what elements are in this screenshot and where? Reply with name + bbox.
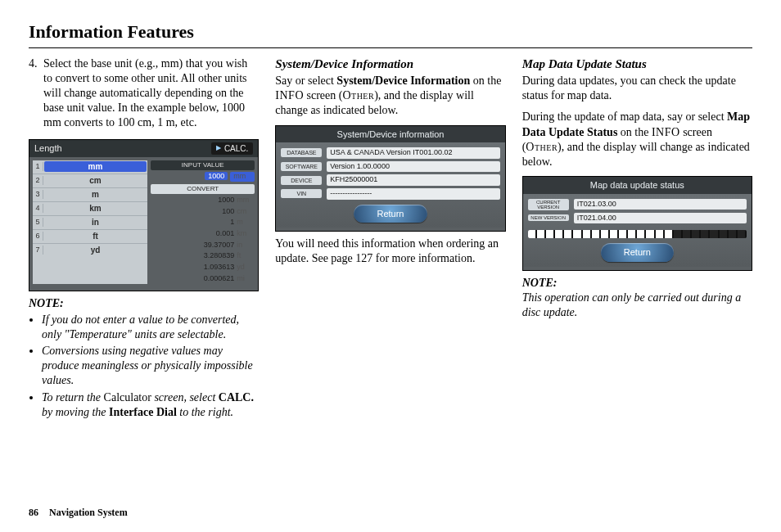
sys-device-title: System/Device information	[276, 126, 504, 142]
sys-info-p1: Say or select System/Device Information …	[275, 74, 505, 119]
sw-row: SOFTWAREVersion 1.00.0000	[281, 161, 499, 173]
col-3: Map Data Update Status During data updat…	[522, 56, 752, 422]
columns: 4. Select the base unit (e.g., mm) that …	[29, 56, 752, 422]
input-value-label: INPUT VALUE	[151, 160, 255, 170]
sys-info-heading: System/Device Information	[275, 56, 505, 73]
note-1: If you do not enter a value to be conver…	[42, 313, 259, 342]
vin-row: VIN-----------------	[281, 188, 499, 200]
map-p1: During data updates, you can check the u…	[522, 74, 752, 103]
length-device: Length CALC. 1mm 2cm 3m 4km 5in 6ft 7yd …	[29, 139, 259, 291]
new-version-row: NEW VERSIONIT021.04.00	[528, 213, 747, 224]
footer: 86 Navigation System	[29, 507, 128, 520]
progress-bar	[528, 230, 747, 238]
unit-mm[interactable]: 1mm	[33, 160, 147, 174]
note-3-text: This operation can only be carried out d…	[522, 291, 752, 320]
calc-button[interactable]: CALC.	[211, 142, 253, 155]
page-number: 86	[29, 507, 38, 518]
col-2: System/Device Information Say or select …	[275, 56, 505, 422]
title-rule	[29, 47, 752, 48]
section-name: Navigation System	[49, 507, 128, 518]
device-row: DEVICEKFH25000001	[281, 174, 499, 186]
unit-cm[interactable]: 2cm	[33, 174, 147, 188]
map-device: Map data update status CURRENT VERSIONIT…	[522, 176, 752, 270]
step-4: 4. Select the base unit (e.g., mm) that …	[29, 56, 259, 131]
map-heading: Map Data Update Status	[522, 56, 752, 73]
note-list: If you do not enter a value to be conver…	[29, 313, 259, 420]
map-device-title: Map data update status	[523, 177, 752, 193]
note-3: To return the Calculator screen, select …	[42, 390, 259, 420]
step-number: 4.	[29, 56, 43, 131]
unit-m[interactable]: 3m	[33, 188, 147, 202]
col-1: 4. Select the base unit (e.g., mm) that …	[29, 56, 259, 422]
note-heading-3: NOTE:	[522, 276, 752, 291]
input-value[interactable]: 1000	[205, 172, 228, 180]
input-unit: mm	[230, 172, 255, 182]
unit-ft[interactable]: 6ft	[33, 230, 147, 244]
unit-in[interactable]: 5in	[33, 216, 147, 230]
step-text: Select the base unit (e.g., mm) that you…	[43, 56, 259, 131]
return-button[interactable]: Return	[354, 205, 427, 223]
return-button[interactable]: Return	[601, 243, 674, 261]
db-row: DATABASEUSA & CANADA Version IT001.00.02	[281, 147, 499, 159]
convert-button[interactable]: CONVERT	[151, 184, 255, 194]
note-2: Conversions using negative values may pr…	[42, 344, 259, 389]
length-title: Length	[34, 142, 62, 154]
sys-device: System/Device information DATABASEUSA & …	[275, 125, 505, 232]
unit-km[interactable]: 4km	[33, 202, 147, 216]
conversion-pane: INPUT VALUE 1000mm CONVERT 1000mm 100cm …	[151, 160, 255, 284]
page-title: Information Features	[29, 20, 752, 44]
unit-yd[interactable]: 7yd	[33, 244, 147, 257]
sys-info-p2: You will need this information when orde…	[275, 237, 505, 266]
unit-list: 1mm 2cm 3m 4km 5in 6ft 7yd	[33, 160, 147, 284]
note-heading: NOTE:	[29, 296, 259, 311]
map-p2: During the update of map data, say or se…	[522, 110, 752, 169]
current-version-row: CURRENT VERSIONIT021.03.00	[528, 199, 747, 210]
